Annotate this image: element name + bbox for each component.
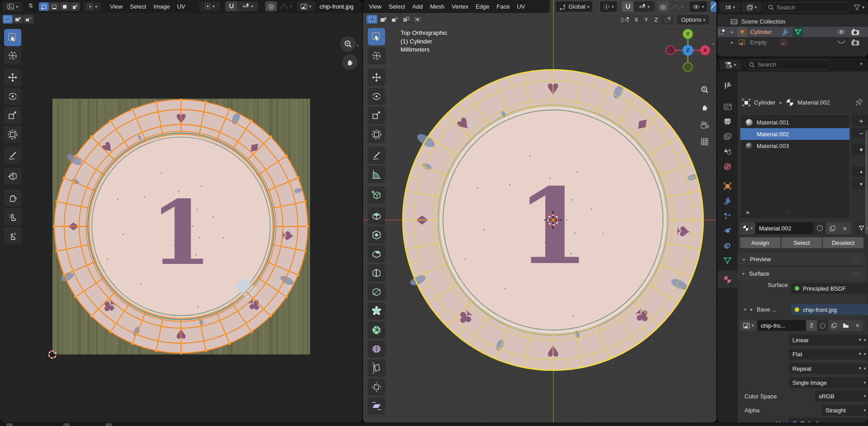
uv-rotate-tool[interactable] xyxy=(4,88,21,105)
shear-tool[interactable] xyxy=(368,397,385,415)
surface-value-button[interactable]: Principled BSDF xyxy=(791,283,868,294)
uv-rip-region-tool[interactable] xyxy=(4,168,21,185)
tab-world[interactable] xyxy=(717,159,738,174)
slot-row-2-active[interactable]: Material.002 xyxy=(740,128,849,140)
sticky-selection-dropdown[interactable]: ▾ xyxy=(84,2,101,12)
mirror-y-toggle[interactable]: Y xyxy=(642,15,651,24)
fake-user-shield-icon[interactable] xyxy=(817,320,828,331)
menu-uv[interactable]: UV xyxy=(513,1,529,13)
menu-select[interactable]: Select xyxy=(385,1,409,13)
menu-edge[interactable]: Edge xyxy=(472,1,493,13)
tab-tool[interactable] xyxy=(717,78,738,93)
editor-type-button[interactable]: ▾ xyxy=(720,2,740,12)
assign-button[interactable]: Assign xyxy=(740,237,781,248)
fake-user-shield-icon[interactable] xyxy=(813,222,826,234)
axis-y-label[interactable]: Y xyxy=(686,31,690,37)
bevel-tool[interactable] xyxy=(368,245,385,263)
select-mode-new-button[interactable] xyxy=(367,15,377,24)
options-dropdown[interactable]: Options▾ xyxy=(677,15,709,24)
animate-dot[interactable]: ● xyxy=(859,351,861,356)
uv-annotate-tool[interactable] xyxy=(4,147,21,164)
tab-constraints[interactable] xyxy=(717,238,738,253)
outliner-row-empty[interactable]: ▸ Empty xyxy=(717,37,868,48)
display-mode-dropdown[interactable]: ▾ xyxy=(742,2,762,12)
interpolation-dropdown[interactable]: Linear▾ xyxy=(789,335,868,345)
tab-scene[interactable] xyxy=(717,144,738,159)
source-dropdown[interactable]: Single Image▾ xyxy=(789,377,868,388)
collapse-icon[interactable]: ▾ xyxy=(744,307,746,312)
transform-tool[interactable] xyxy=(368,126,385,143)
select-mode-subtract-button[interactable] xyxy=(24,15,33,24)
image-browse-dropdown[interactable]: ▾ xyxy=(297,1,315,11)
animate-dot[interactable]: ● xyxy=(859,366,861,370)
cylinder-mesh[interactable]: ♥♥♦♣♥♣♠♦ 1 xyxy=(395,62,711,378)
uv-box-select-tool[interactable] xyxy=(4,29,21,46)
animate-dot[interactable]: ● xyxy=(859,337,861,342)
move-tool[interactable] xyxy=(368,69,385,86)
image-name-field[interactable]: chip-fro... xyxy=(757,320,806,331)
grip-handle[interactable]: :::: xyxy=(854,271,860,276)
breadcrumb-object[interactable]: Cylinder xyxy=(754,99,776,106)
rotate-tool[interactable] xyxy=(368,88,385,105)
select-mode-intersect-button[interactable] xyxy=(412,15,423,24)
poly-build-tool[interactable] xyxy=(368,302,385,320)
axis-x-label[interactable]: X xyxy=(703,48,707,53)
menu-vertex[interactable]: Vertex xyxy=(448,1,472,13)
menu-view[interactable]: View xyxy=(365,1,385,13)
uv-grab-tool[interactable] xyxy=(4,189,21,206)
uv-pan-gizmo[interactable] xyxy=(342,54,358,70)
uv-canvas-image[interactable]: ♥♥♦♣♥♣♠♦ 1 xyxy=(52,99,310,354)
uv-select-island-button[interactable] xyxy=(70,2,80,11)
annotate-tool[interactable] xyxy=(368,147,385,164)
menu-mesh[interactable]: Mesh xyxy=(426,1,448,13)
box-select-tool[interactable] xyxy=(368,28,385,45)
material-slot-list[interactable]: Material.001 Material.002 Material.003 ▶… xyxy=(740,114,850,219)
alpha-dropdown[interactable]: Straight▾ xyxy=(822,405,868,416)
scene-collection-row[interactable]: Scene Collection xyxy=(717,16,868,27)
slot-row-1[interactable]: Material.001 xyxy=(740,116,849,128)
editor-type-button[interactable]: ▾ xyxy=(3,2,23,12)
viewport-3d[interactable]: ♥♥♦♣♥♣♠♦ 1 View Select Add Mesh Vertex E… xyxy=(363,0,716,422)
uv-relax-tool[interactable] xyxy=(4,208,21,225)
hidden-eye-icon[interactable] xyxy=(837,40,845,44)
add-slot-button[interactable]: + xyxy=(852,115,868,126)
menu-uv[interactable]: UV xyxy=(173,1,189,13)
edit-mode-data-icon[interactable] xyxy=(792,27,803,37)
properties-search-input[interactable] xyxy=(744,60,830,70)
uv-select-vertex-button[interactable] xyxy=(39,2,49,11)
extension-dropdown[interactable]: Repeat▾ xyxy=(789,363,868,374)
measure-tool[interactable] xyxy=(368,166,385,183)
material-name-field[interactable]: Material.002 xyxy=(755,222,813,234)
outliner-row-cylinder[interactable]: ▸ Cylinder xyxy=(717,27,868,37)
axis-gizmo[interactable]: Y X Z xyxy=(662,25,711,75)
color-space-dropdown[interactable]: sRGB▾ xyxy=(815,391,868,402)
proportional-edit-toggle[interactable]: ◎ xyxy=(657,1,669,12)
uv-select-edge-button[interactable] xyxy=(49,2,59,11)
tab-modifiers[interactable] xyxy=(717,193,738,208)
vector-value-button[interactable]: Default xyxy=(789,418,868,422)
tab-object[interactable] xyxy=(717,178,738,193)
tab-particles[interactable] xyxy=(717,208,738,223)
show-gizmo-dropdown[interactable]: ▾ xyxy=(690,1,707,12)
tab-object-data[interactable] xyxy=(717,253,738,268)
uv-scale-tool[interactable] xyxy=(4,107,21,124)
users-count-button[interactable]: 2 xyxy=(806,320,817,331)
proportional-falloff-dropdown[interactable]: ▾ xyxy=(669,1,685,12)
open-file-folder-icon[interactable] xyxy=(839,320,852,331)
surface-panel-header[interactable]: ▾ Surface :::: xyxy=(738,267,866,280)
menu-view[interactable]: View xyxy=(106,1,126,13)
grip-handle[interactable]: :::: xyxy=(854,257,860,262)
select-mode-extend-button[interactable] xyxy=(13,15,23,24)
deselect-button[interactable]: Deselect xyxy=(823,237,863,248)
menu-select[interactable]: Select xyxy=(126,1,150,13)
shrink-fatten-tool[interactable] xyxy=(368,378,385,396)
proportional-edit-toggle[interactable]: ◎ xyxy=(265,1,277,11)
spin-tool[interactable] xyxy=(368,321,385,339)
extrude-region-tool[interactable] xyxy=(368,207,385,225)
uv-select-face-button[interactable] xyxy=(60,2,70,11)
loop-cut-tool[interactable] xyxy=(368,264,385,282)
projection-dropdown[interactable]: Flat▾ xyxy=(789,349,868,359)
tab-render[interactable] xyxy=(717,99,738,114)
slot-row-3[interactable]: Material.003 xyxy=(740,140,849,152)
tab-material[interactable] xyxy=(717,271,738,288)
